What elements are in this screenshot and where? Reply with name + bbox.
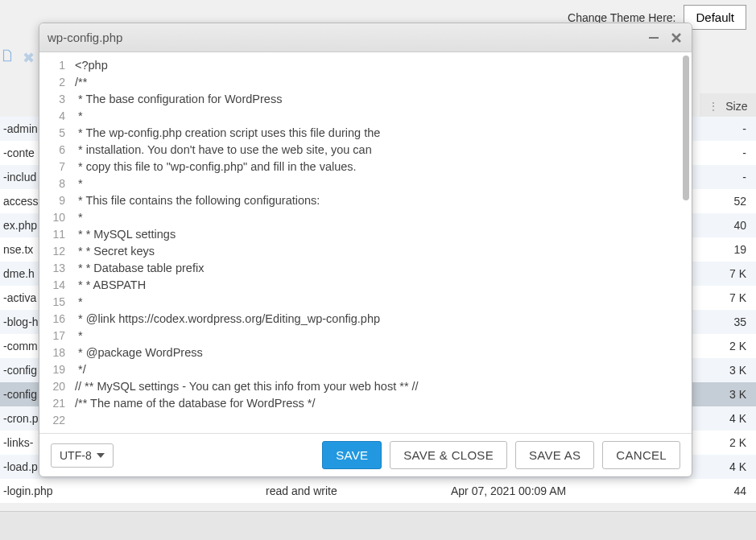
code-line: */ xyxy=(75,361,688,378)
code-line: * xyxy=(75,209,688,226)
toolbar-fragment: ✖ xyxy=(0,48,39,72)
line-number-gutter: 12345678910111213141516171819202122 xyxy=(39,52,72,433)
code-editor-modal: wp-config.php 12345678910111213141516171… xyxy=(39,23,692,477)
editor-body: 12345678910111213141516171819202122 <?ph… xyxy=(39,52,692,433)
line-number: 4 xyxy=(39,108,65,125)
file-size-cell: 44 xyxy=(652,479,756,503)
line-number: 11 xyxy=(39,226,65,243)
line-number: 10 xyxy=(39,209,65,226)
line-number: 15 xyxy=(39,294,65,311)
chevron-down-icon xyxy=(97,453,105,458)
code-line: * * Secret keys xyxy=(75,243,688,260)
line-number: 21 xyxy=(39,395,65,412)
line-number: 3 xyxy=(39,91,65,108)
line-number: 5 xyxy=(39,125,65,142)
theme-select[interactable]: Default xyxy=(684,5,746,30)
save-close-button[interactable]: SAVE & CLOSE xyxy=(390,441,507,469)
encoding-value: UTF-8 xyxy=(60,449,92,462)
code-line: * xyxy=(75,328,688,344)
code-line: * * Database table prefix xyxy=(75,260,688,277)
code-line: * xyxy=(75,108,688,125)
modal-titlebar[interactable]: wp-config.php xyxy=(39,23,692,52)
line-number: 17 xyxy=(39,328,65,344)
line-number: 19 xyxy=(39,361,65,378)
code-line: * The wp-config.php creation script uses… xyxy=(75,125,688,142)
close-x-icon: ✖ xyxy=(23,49,39,65)
theme-select-value: Default xyxy=(696,10,734,24)
scroll-thumb[interactable] xyxy=(683,56,689,200)
line-number: 14 xyxy=(39,277,65,294)
line-number: 1 xyxy=(39,57,65,74)
file-name-cell: -login.php xyxy=(0,479,266,503)
code-line: * * MySQL settings xyxy=(75,226,688,243)
code-line: * * ABSPATH xyxy=(75,277,688,294)
file-date-cell: Apr 07, 2021 00:09 AM xyxy=(451,479,652,503)
save-as-button[interactable]: SAVE AS xyxy=(515,441,594,469)
line-number: 12 xyxy=(39,243,65,260)
code-line: * This file contains the following confi… xyxy=(75,192,688,209)
minimize-icon[interactable] xyxy=(647,31,661,45)
file-perm-cell: read and write xyxy=(266,479,451,503)
page-footer xyxy=(0,511,756,540)
save-button[interactable]: SAVE xyxy=(322,441,382,469)
file-icon xyxy=(0,48,16,64)
cancel-button[interactable]: CANCEL xyxy=(602,441,680,469)
line-number: 20 xyxy=(39,378,65,395)
line-number: 18 xyxy=(39,344,65,361)
code-line: * xyxy=(75,175,688,192)
line-number: 7 xyxy=(39,159,65,175)
code-line: /** xyxy=(75,74,688,91)
editor-scrollbar[interactable] xyxy=(682,56,690,426)
line-number: 6 xyxy=(39,142,65,159)
code-line: * xyxy=(75,294,688,311)
code-line: * copy this file to "wp-config.php" and … xyxy=(75,159,688,175)
code-line: * The base configuration for WordPress xyxy=(75,91,688,108)
code-line: <?php xyxy=(75,57,688,74)
line-number: 9 xyxy=(39,192,65,209)
modal-footer: UTF-8 SAVE SAVE & CLOSE SAVE AS CANCEL xyxy=(39,433,692,476)
close-icon[interactable] xyxy=(669,31,684,45)
code-line: * @package WordPress xyxy=(75,344,688,361)
encoding-select[interactable]: UTF-8 xyxy=(51,443,114,468)
drag-handle-icon: ⋮ xyxy=(708,100,719,113)
code-line: * @link https://codex.wordpress.org/Edit… xyxy=(75,311,688,328)
code-content[interactable]: <?php/** * The base configuration for Wo… xyxy=(72,52,692,433)
modal-title: wp-config.php xyxy=(48,31,638,44)
table-row[interactable]: -login.phpread and writeApr 07, 2021 00:… xyxy=(0,479,756,503)
code-line: * installation. You don't have to use th… xyxy=(75,142,688,159)
svg-rect-0 xyxy=(649,37,659,39)
line-number: 22 xyxy=(39,412,65,429)
line-number: 8 xyxy=(39,175,65,192)
code-line: // ** MySQL settings - You can get this … xyxy=(75,378,688,395)
code-line: /** The name of the database for WordPre… xyxy=(75,395,688,412)
line-number: 2 xyxy=(39,74,65,91)
line-number: 16 xyxy=(39,311,65,328)
line-number: 13 xyxy=(39,260,65,277)
